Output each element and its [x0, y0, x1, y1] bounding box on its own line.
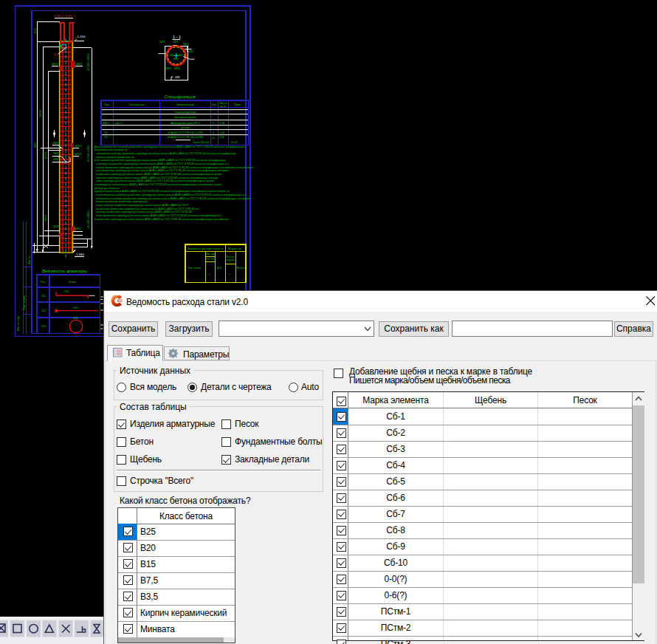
svg-text:1800: 1800: [64, 290, 69, 293]
svg-text:41,41: 41,41: [231, 141, 238, 144]
svg-text:1,58: 1,58: [220, 122, 225, 125]
svg-text:Всего: Всего: [237, 267, 244, 270]
svg-text:0,85: 0,85: [220, 136, 225, 139]
svg-text:KЖ2-1 KЖ2-2: KЖ2-1 KЖ2-2: [55, 14, 75, 18]
svg-text:6Ø8: 6Ø8: [173, 58, 178, 61]
svg-text:1.1: 1.1: [54, 52, 58, 56]
svg-text:2Ø25: 2Ø25: [159, 41, 165, 44]
svg-text:Инв. №: Инв. №: [28, 256, 31, 264]
svg-text:ед. кг: ед. кг: [220, 105, 227, 108]
svg-text:4Ø8: 4Ø8: [188, 50, 193, 53]
svg-text:ø8 А240 ГОСТ 5781-82 L=1780: ø8 А240 ГОСТ 5781-82 L=1780: [168, 136, 203, 139]
svg-text:6000: 6000: [73, 306, 78, 309]
svg-text:-1.150: -1.150: [76, 35, 86, 38]
svg-text:14×200=2800: 14×200=2800: [86, 210, 90, 229]
svg-text:ø6 А240 ГОСТ 5781-82 L=5780: ø6 А240 ГОСТ 5781-82 L=5780: [168, 131, 203, 134]
svg-text:Детали: Детали: [181, 126, 189, 129]
svg-text:Марка эл.: Марка эл.: [228, 247, 242, 250]
svg-text:9600: 9600: [38, 109, 42, 117]
svg-text:3Ø12: 3Ø12: [53, 152, 60, 155]
svg-text:112: 112: [41, 309, 46, 312]
svg-text:400: 400: [33, 143, 37, 148]
svg-text:Прим.: Прим.: [234, 103, 241, 106]
svg-text:3Ø12: 3Ø12: [75, 153, 81, 156]
svg-text:Закладные детали: Закладные детали: [174, 116, 196, 119]
svg-text:113: 113: [41, 325, 46, 328]
svg-text:+: +: [209, 273, 210, 275]
svg-text:Наименование: Наименование: [176, 103, 194, 106]
svg-text:3200: 3200: [44, 214, 47, 222]
svg-text:маркам: маркам: [227, 258, 235, 261]
svg-text:й применять арматурную сталь к: й применять арматурную сталь класса А240…: [94, 217, 230, 221]
svg-text:Тип элем.: Тип элем.: [188, 267, 202, 270]
svg-text:+: +: [230, 273, 231, 275]
svg-text:5Ø25: 5Ø25: [75, 227, 81, 230]
svg-text:14×200=2800: 14×200=2800: [86, 53, 90, 72]
svg-text:1Ø25: 1Ø25: [173, 41, 179, 44]
svg-text:600: 600: [33, 28, 37, 33]
svg-text:5Ø2: 5Ø2: [179, 54, 183, 57]
svg-text:Поз.: Поз.: [41, 281, 46, 284]
svg-text:438: 438: [175, 76, 179, 79]
svg-text:Арматурный каркас КР-1: Арматурный каркас КР-1: [171, 122, 199, 125]
svg-text:Бетон В25 м3: Бетон В25 м3: [193, 141, 210, 144]
svg-text:1Ø25: 1Ø25: [75, 63, 82, 66]
svg-text:Сборные единицы: Сборные единицы: [174, 111, 196, 114]
svg-text:41: 41: [212, 137, 215, 140]
svg-text:2Ø25: 2Ø25: [75, 145, 81, 148]
svg-text:Инв. № подл.: Инв. № подл.: [17, 315, 20, 331]
svg-text:111: 111: [104, 131, 108, 134]
svg-text:Ведомость арматуры: Ведомость арматуры: [42, 269, 88, 273]
svg-text:Поз.: Поз.: [105, 103, 110, 106]
svg-text:лист 1: лист 1: [115, 122, 123, 125]
svg-text:111: 111: [41, 295, 45, 298]
svg-text:КЖ2.1: КЖ2.1: [103, 122, 110, 125]
svg-text:0,63: 0,63: [220, 131, 225, 134]
svg-text:Ведомость расхода стали, кг: Ведомость расхода стали, кг: [188, 247, 224, 250]
svg-text:4×300=1200: 4×300=1200: [86, 145, 90, 162]
svg-text:2700: 2700: [44, 151, 47, 159]
svg-text:Обозначение: Обозначение: [129, 103, 145, 106]
svg-text:Кол.: Кол.: [212, 103, 217, 106]
svg-text:Подп. и дата: Подп. и дата: [23, 295, 26, 310]
svg-text:1.2: 1.2: [191, 57, 195, 60]
svg-text:1 - 1: 1 - 1: [173, 35, 181, 39]
svg-text:4Ø8: 4Ø8: [53, 158, 58, 161]
svg-text:Ø320: Ø320: [73, 317, 78, 320]
svg-text:2Ø25: 2Ø25: [53, 142, 60, 145]
svg-text:4: 4: [213, 131, 214, 134]
svg-text:А-III: А-III: [217, 267, 221, 270]
svg-text:ГОСТ 5781: ГОСТ 5781: [207, 258, 216, 261]
svg-text:112: 112: [104, 136, 109, 139]
svg-text:-1.580: -1.580: [75, 253, 85, 256]
svg-text:Изд. арм.: Изд. арм.: [207, 253, 216, 256]
svg-text:8Ø25: 8Ø25: [174, 67, 180, 70]
svg-text:1: 1: [213, 122, 214, 125]
svg-text:Эскиз: Эскиз: [69, 281, 76, 284]
svg-text:3Ø12: 3Ø12: [183, 43, 189, 46]
svg-text:5Ø2: 5Ø2: [169, 54, 173, 57]
svg-text:5Ø25: 5Ø25: [53, 225, 60, 228]
svg-text:7Ø25: 7Ø25: [165, 67, 171, 70]
svg-text:Спецификация: Спецификация: [165, 95, 196, 99]
svg-text:1Ø25: 1Ø25: [52, 63, 58, 66]
